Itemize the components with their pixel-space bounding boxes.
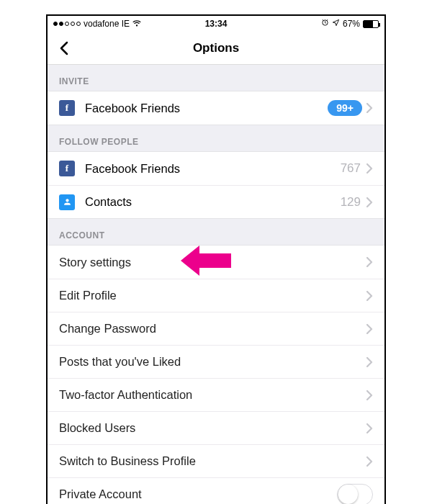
- follow-list: f Facebook Friends 767 Contacts 129: [48, 151, 384, 219]
- row-label: Facebook Friends: [85, 162, 341, 176]
- section-header-follow: FOLLOW PEOPLE: [48, 125, 384, 151]
- battery-icon: [363, 20, 379, 28]
- clock: 13:34: [205, 19, 228, 29]
- chevron-right-icon: [366, 357, 373, 367]
- account-list: Story settings Edit Profile Change Passw…: [48, 245, 384, 504]
- row-label: Two-factor Authentication: [59, 388, 366, 402]
- row-label: Facebook Friends: [85, 102, 328, 115]
- nav-header: Options: [48, 32, 384, 65]
- change-password-row[interactable]: Change Password: [48, 312, 384, 345]
- invite-list: f Facebook Friends 99+: [48, 91, 384, 125]
- chevron-right-icon: [366, 324, 373, 334]
- invite-facebook-friends-row[interactable]: f Facebook Friends 99+: [48, 91, 384, 125]
- count-badge: 99+: [328, 100, 362, 116]
- carrier-label: vodafone IE: [84, 19, 130, 29]
- switch-business-row[interactable]: Switch to Business Profile: [48, 444, 384, 477]
- row-count: 767: [341, 161, 361, 176]
- private-account-toggle[interactable]: [337, 484, 373, 505]
- chevron-right-icon: [366, 456, 373, 467]
- two-factor-row[interactable]: Two-factor Authentication: [48, 378, 384, 411]
- follow-facebook-friends-row[interactable]: f Facebook Friends 767: [48, 152, 384, 185]
- row-label: Private Account: [59, 487, 337, 501]
- chevron-right-icon: [366, 197, 373, 207]
- story-settings-row[interactable]: Story settings: [48, 246, 384, 279]
- row-label: Story settings: [59, 256, 366, 269]
- battery-percent: 67%: [343, 19, 360, 29]
- contacts-icon: [59, 194, 75, 210]
- row-count: 129: [341, 195, 361, 210]
- location-icon: [332, 19, 340, 29]
- chevron-right-icon: [366, 423, 373, 433]
- facebook-icon: f: [59, 161, 75, 176]
- row-label: Contacts: [85, 195, 341, 209]
- wifi-icon: [132, 19, 141, 28]
- row-label: Change Password: [59, 322, 366, 336]
- chevron-right-icon: [366, 291, 373, 301]
- chevron-right-icon: [366, 163, 373, 174]
- section-header-account: ACCOUNT: [48, 219, 384, 245]
- follow-contacts-row[interactable]: Contacts 129: [48, 185, 384, 218]
- signal-strength-icon: [53, 22, 81, 26]
- page-title: Options: [193, 41, 239, 55]
- toggle-knob: [338, 485, 358, 504]
- status-bar: vodafone IE 13:34 67%: [48, 16, 384, 32]
- chevron-right-icon: [366, 390, 373, 400]
- status-right: 67%: [321, 19, 379, 29]
- alarm-icon: [321, 19, 329, 29]
- row-label: Posts that you've Liked: [59, 355, 366, 369]
- section-header-invite: INVITE: [48, 65, 384, 91]
- row-label: Switch to Business Profile: [59, 454, 366, 468]
- chevron-right-icon: [366, 257, 373, 267]
- phone-frame: vodafone IE 13:34 67% Options INVITE: [46, 14, 386, 504]
- edit-profile-row[interactable]: Edit Profile: [48, 279, 384, 312]
- private-account-row[interactable]: Private Account: [48, 477, 384, 504]
- settings-content: INVITE f Facebook Friends 99+ FOLLOW PEO…: [48, 65, 384, 504]
- status-left: vodafone IE: [53, 19, 141, 29]
- back-button[interactable]: [55, 32, 73, 64]
- row-label: Blocked Users: [59, 421, 366, 435]
- chevron-right-icon: [366, 103, 373, 113]
- posts-liked-row[interactable]: Posts that you've Liked: [48, 345, 384, 378]
- facebook-icon: f: [59, 100, 75, 116]
- row-label: Edit Profile: [59, 289, 366, 302]
- chevron-left-icon: [59, 41, 69, 55]
- blocked-users-row[interactable]: Blocked Users: [48, 411, 384, 444]
